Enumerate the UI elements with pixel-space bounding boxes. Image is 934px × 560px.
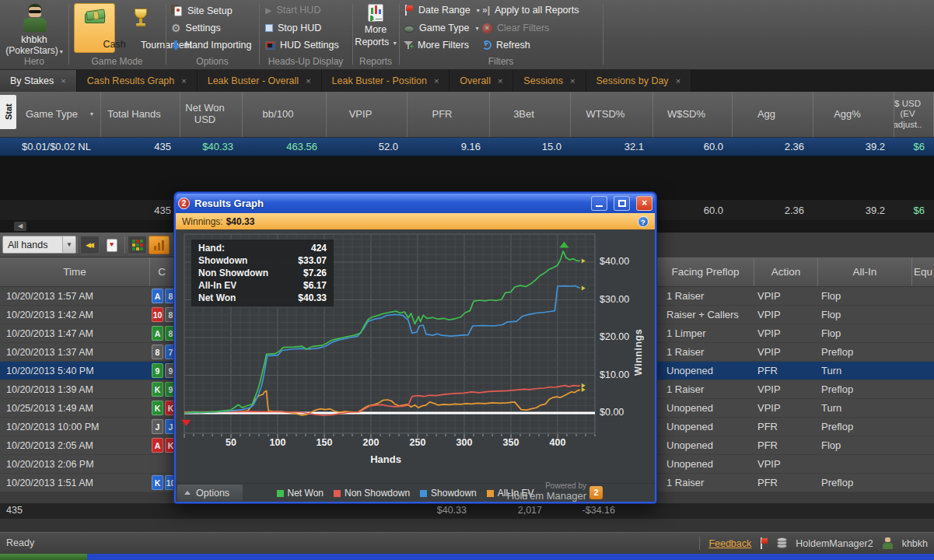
hand-detail-row[interactable]: 1 Limper VPIP Flop: [657, 324, 934, 343]
column-header[interactable]: 3Bet: [490, 92, 571, 137]
hud-settings-button[interactable]: HUD Settings: [265, 40, 339, 51]
settings-button[interactable]: ⚙ Settings: [171, 23, 221, 33]
tab-close-icon[interactable]: ×: [181, 76, 186, 86]
chevron-down-icon: ▾: [60, 48, 63, 55]
hand-row[interactable]: 10/20/2013 2:05 AM A K: [0, 436, 173, 455]
replay-rewind-button[interactable]: ◀◀: [80, 236, 100, 254]
column-header[interactable]: Agg: [733, 92, 813, 137]
hand-detail-row[interactable]: Unopened PFR Preflop: [657, 418, 934, 436]
hand-detail-row[interactable]: Unopened PFR Flop: [657, 436, 934, 455]
hand-row[interactable]: 10/20/2013 1:47 AM A 8: [0, 324, 173, 343]
column-header[interactable]: bb/100: [243, 92, 327, 137]
hand-row[interactable]: 10/20/2013 1:37 AM 8 7: [0, 343, 173, 362]
action-value: PFR: [757, 421, 778, 432]
help-icon[interactable]: ?: [638, 216, 649, 227]
tab-close-icon[interactable]: ×: [306, 76, 310, 86]
column-header[interactable]: Game Type ▾: [19, 92, 101, 137]
column-header[interactable]: W$SD%: [653, 92, 733, 137]
stop-hud-button[interactable]: Stop HUD: [265, 23, 321, 33]
chevron-down-icon[interactable]: ▾: [90, 110, 93, 117]
chevron-down-icon[interactable]: ▼: [62, 236, 75, 253]
more-reports-button[interactable]: A MoreReports ▾: [352, 4, 399, 48]
grid-view-button[interactable]: [128, 236, 147, 254]
start-hud-button[interactable]: ▶ Start HUD: [265, 5, 320, 16]
legend-item[interactable]: Showdown: [420, 488, 477, 499]
legend-item[interactable]: Non Showdown: [334, 488, 410, 499]
feedback-link[interactable]: Feedback: [708, 538, 751, 549]
minimize-button[interactable]: [591, 196, 607, 211]
stats-row[interactable]: $0.01/$0.02 NL435$40.33463.5652.09.1615.…: [0, 138, 934, 156]
scroll-left-arrow-icon[interactable]: ◀: [14, 222, 26, 231]
tab-close-icon[interactable]: ×: [570, 76, 575, 86]
status-bar: Ready Feedback HoldemManager2 khbkh: [0, 532, 934, 554]
report-tab[interactable]: Overall ×: [450, 70, 513, 92]
column-header-action[interactable]: Action: [754, 257, 818, 286]
column-header[interactable]: $ USD (EV adjust..: [894, 92, 934, 137]
refresh-button[interactable]: Refresh: [482, 40, 530, 51]
date-range-button[interactable]: Date Range▾: [404, 5, 480, 16]
column-header-all-in[interactable]: All-In: [818, 257, 912, 286]
window-title-bar[interactable]: 2 Results Graph ×: [176, 194, 655, 213]
legend-swatch: [420, 490, 427, 497]
hand-detail-row[interactable]: 1 Raiser VPIP Preflop: [657, 380, 934, 399]
legend-item[interactable]: Net Won: [277, 488, 324, 499]
graph-view-button[interactable]: [149, 236, 170, 254]
hand-row[interactable]: 10/20/2013 1:39 AM K 9: [0, 380, 173, 399]
report-tab[interactable]: Sessions ×: [513, 70, 586, 92]
column-header-facing-preflop[interactable]: Facing Preflop: [657, 257, 754, 286]
hero-site-dropdown[interactable]: (PokerStars)▾: [0, 45, 68, 56]
hand-row[interactable]: 10/20/2013 1:51 AM K 10: [0, 474, 173, 492]
user-name[interactable]: khbkh: [902, 538, 928, 549]
column-header[interactable]: Total Hands: [101, 92, 180, 137]
clear-filters-button[interactable]: × Clear Filters: [482, 23, 549, 33]
hand-detail-row[interactable]: 1 Raiser VPIP Flop: [657, 287, 934, 306]
tab-label: Cash Results Graph: [87, 75, 175, 86]
hand-detail-row[interactable]: 1 Raiser VPIP Preflop: [657, 343, 934, 362]
site-setup-button[interactable]: Site Setup: [171, 5, 233, 16]
report-tab[interactable]: Sessions by Day ×: [586, 70, 692, 92]
hand-row[interactable]: 10/20/2013 1:42 AM 10 8: [0, 306, 173, 324]
maximize-button[interactable]: [614, 196, 630, 211]
hand-detail-row[interactable]: Unopened VPIP: [657, 455, 934, 474]
hand-row[interactable]: 10/20/2013 10:00 PM J J: [0, 418, 173, 436]
hand-filter-dropdown[interactable]: All hands ▼: [2, 236, 76, 254]
tab-close-icon[interactable]: ×: [61, 76, 65, 86]
report-tab[interactable]: Leak Buster - Position ×: [322, 70, 450, 92]
report-tab[interactable]: Leak Buster - Overall ×: [198, 70, 322, 92]
cash-mode-button[interactable]: Cash: [74, 3, 115, 53]
hand-row[interactable]: 10/20/2013 1:57 AM A 8: [0, 287, 173, 306]
stat-line: Showdown $33.07: [192, 254, 333, 267]
hand-detail-row[interactable]: Raiser + Callers VPIP Flop: [657, 306, 934, 324]
game-type-filter-button[interactable]: Game Type▾: [404, 23, 478, 33]
hand-detail-row[interactable]: Unopened PFR Turn: [657, 362, 934, 380]
database-name[interactable]: HoldemManager2: [796, 538, 873, 549]
tab-close-icon[interactable]: ×: [434, 76, 439, 86]
column-header[interactable]: Net Won USD: [180, 92, 243, 137]
hand-detail-row[interactable]: 1 Raiser PFR Preflop: [657, 474, 934, 492]
tab-close-icon[interactable]: ×: [676, 76, 680, 86]
replayer-button[interactable]: [102, 236, 122, 254]
tournament-mode-button[interactable]: Tournament: [117, 3, 164, 53]
column-header[interactable]: WTSD%: [571, 92, 653, 137]
hand-row[interactable]: 10/20/2013 2:06 PM: [0, 455, 173, 474]
column-header-time[interactable]: Time: [0, 257, 150, 286]
report-tab[interactable]: Cash Results Graph ×: [77, 70, 198, 92]
hand-importing-button[interactable]: Hand Importing: [171, 40, 251, 51]
hero-avatar-icon[interactable]: [22, 4, 48, 33]
column-header[interactable]: Agg%: [813, 92, 894, 137]
trophy-icon: [134, 9, 148, 29]
stat-side-tab[interactable]: Stat: [0, 95, 16, 129]
column-header[interactable]: PFR: [408, 92, 490, 137]
hand-row[interactable]: 10/20/2013 5:40 PM 9 9: [0, 362, 173, 380]
hand-row[interactable]: 10/25/2013 1:49 AM K K: [0, 399, 173, 418]
column-header[interactable]: VPIP: [327, 92, 408, 137]
apply-all-reports-button[interactable]: »| Apply to all Reports: [482, 5, 579, 16]
close-button[interactable]: ×: [636, 196, 652, 211]
column-header-equity[interactable]: Equ: [912, 257, 934, 286]
report-tab[interactable]: By Stakes ×: [0, 70, 77, 92]
column-header-cards[interactable]: C: [150, 257, 173, 286]
more-filters-button[interactable]: + More Filters: [404, 40, 469, 51]
options-button[interactable]: Options: [177, 485, 243, 501]
tab-close-icon[interactable]: ×: [498, 76, 502, 86]
hand-detail-row[interactable]: Unopened VPIP Turn: [657, 399, 934, 418]
